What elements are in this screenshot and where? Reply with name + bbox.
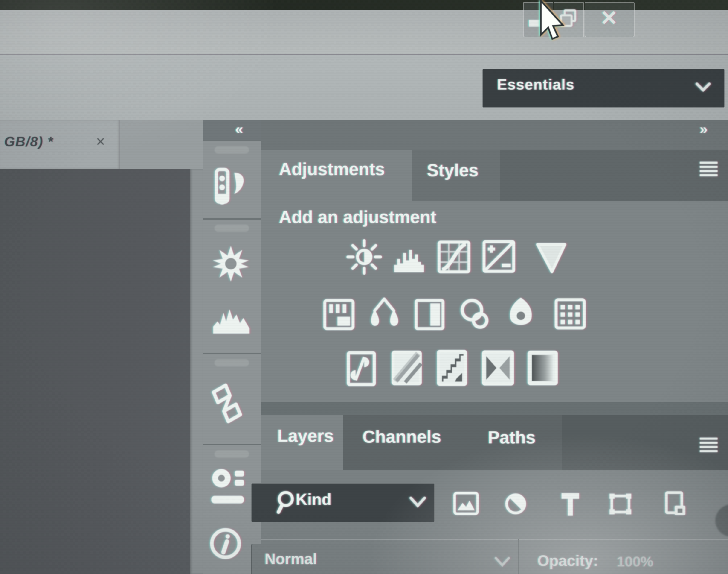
posterize-icon[interactable] [390,349,424,387]
pixel-layers-filter-icon[interactable] [452,490,480,517]
color-balance-icon[interactable] [366,296,402,333]
workspace-switcher-label: Essentials [497,76,575,93]
exposure-icon[interactable] [481,239,517,274]
opacity-value[interactable]: 100% [617,553,653,570]
panel-group-drag-handle[interactable] [215,146,249,154]
row-divider [518,539,519,574]
info-panel-icon[interactable] [208,526,243,561]
selective-color-icon[interactable] [526,349,560,387]
layer-filter-kind-label: Kind [296,490,332,508]
blend-mode-label: Normal [265,550,317,568]
adjustment-layers-filter-icon[interactable] [504,489,528,518]
gradient-map-icon[interactable] [480,349,516,387]
invert-icon[interactable] [344,350,379,388]
tab-channels-label: Channels [363,426,441,447]
tab-styles-label: Styles [427,160,479,180]
libraries-panel-icon[interactable] [207,380,248,428]
channel-mixer-icon[interactable] [502,295,539,333]
panel-divider [261,402,728,415]
document-tab-close-icon[interactable]: ✕ [95,135,106,149]
panel-group-drag-handle[interactable] [215,450,249,458]
panel-group-drag-handle[interactable] [215,359,249,366]
photoshop-screen: ✕ Essentials GB/8) * ✕ « [0,0,728,574]
layers-panel-menu-icon[interactable] [700,438,718,452]
add-adjustment-heading: Add an adjustment [279,207,437,227]
panel-dock-header [202,120,261,140]
opacity-label: Opacity: [537,552,598,569]
chevron-down-icon [407,493,428,511]
panel-group-drag-handle[interactable] [215,224,249,232]
tab-layers-label: Layers [277,426,334,446]
photo-filter-icon[interactable] [457,297,493,332]
tab-adjustments-label: Adjustments [279,159,385,179]
threshold-icon[interactable] [435,348,469,387]
close-icon: ✕ [585,2,633,34]
timeline-panel-icon[interactable] [207,465,247,508]
brightness-contrast-icon[interactable] [347,239,382,275]
smart-objects-filter-icon[interactable] [663,489,688,520]
type-layers-filter-icon[interactable] [559,491,582,518]
mouse-cursor [538,0,565,44]
canvas-gutter [190,169,202,574]
shape-layers-filter-icon[interactable] [607,490,634,518]
tab-paths-label: Paths [488,427,536,447]
chevron-down-icon [693,79,714,95]
search-icon [274,489,299,517]
histogram-panel-icon[interactable] [211,303,252,336]
collapse-dock-left-icon[interactable]: « [235,121,243,137]
adjustments-panel-menu-icon[interactable] [700,162,718,176]
panel-dock-header-right [261,120,728,150]
chevron-down-icon [493,554,512,571]
vibrance-icon[interactable] [534,240,568,275]
collapse-dock-right-icon[interactable]: » [700,121,708,137]
levels-icon[interactable] [391,240,427,275]
document-tab-title: GB/8) * [4,134,53,150]
navigator-panel-icon[interactable] [211,244,251,283]
color-panel-icon[interactable] [210,166,249,207]
curves-icon[interactable] [436,239,472,275]
document-canvas[interactable] [0,169,190,574]
black-white-icon[interactable] [412,297,447,332]
hue-saturation-icon[interactable] [321,297,357,332]
color-lookup-icon[interactable] [552,296,588,332]
